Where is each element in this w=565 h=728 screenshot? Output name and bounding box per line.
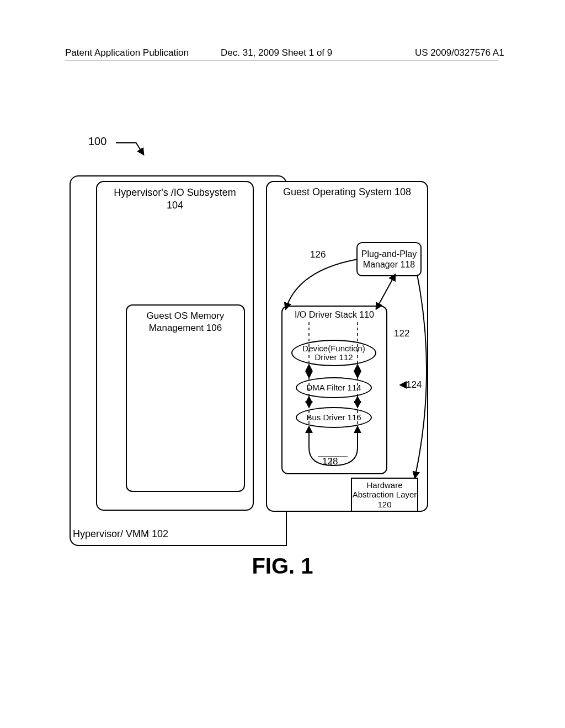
guest-os-memory-line1: Guest OS Memory [147, 311, 225, 321]
figure-ref-100: 100 [88, 135, 106, 148]
pnp-manager-box: Plug-and-Play Manager 118 [356, 242, 422, 276]
pnp-manager-label: Plug-and-Play Manager 118 [358, 249, 420, 270]
dma-filter-label: DMA Filter 114 [306, 383, 361, 393]
ref-122: 122 [394, 328, 409, 339]
page: Patent Application Publication Dec. 31, … [0, 0, 565, 728]
io-subsystem-title-line2: 104 [167, 200, 183, 211]
bus-driver-ellipse: Bus Driver 116 [296, 407, 372, 428]
io-driver-stack-title: I/O Driver Stack 110 [282, 310, 386, 320]
ref-128: 128 [322, 456, 338, 467]
header-rule [65, 61, 498, 61]
figure-caption: FIG. 1 [0, 554, 565, 579]
device-driver-label: Device(Function) Driver 112 [292, 344, 375, 362]
figure-ref-100-leader [116, 142, 136, 143]
ref-126: 126 [310, 249, 326, 260]
guest-os-memory-title: Guest OS Memory Management 106 [127, 310, 244, 334]
header-left: Patent Application Publication [65, 47, 189, 58]
hypervisor-label: Hypervisor/ VMM 102 [73, 528, 168, 540]
guest-os-memory-box: Guest OS Memory Management 106 [126, 304, 245, 492]
bus-driver-label: Bus Driver 116 [306, 413, 361, 422]
guest-os-memory-line2: Management 106 [149, 323, 222, 333]
hal-label: Hardware Abstraction Layer 120 [352, 480, 417, 509]
header-center: Dec. 31, 2009 Sheet 1 of 9 [221, 47, 332, 58]
guest-os-title: Guest Operating System 108 [267, 186, 427, 198]
io-subsystem-title: Hypervisor's /IO Subsystem 104 [97, 186, 253, 212]
device-driver-ellipse: Device(Function) Driver 112 [291, 340, 376, 366]
hal-box: Hardware Abstraction Layer 120 [351, 478, 418, 512]
ref-124: 124 [406, 379, 422, 390]
io-subsystem-title-line1: Hypervisor's /IO Subsystem [114, 187, 236, 198]
header-right: US 2009/0327576 A1 [415, 47, 504, 58]
dma-filter-ellipse: DMA Filter 114 [296, 377, 372, 398]
